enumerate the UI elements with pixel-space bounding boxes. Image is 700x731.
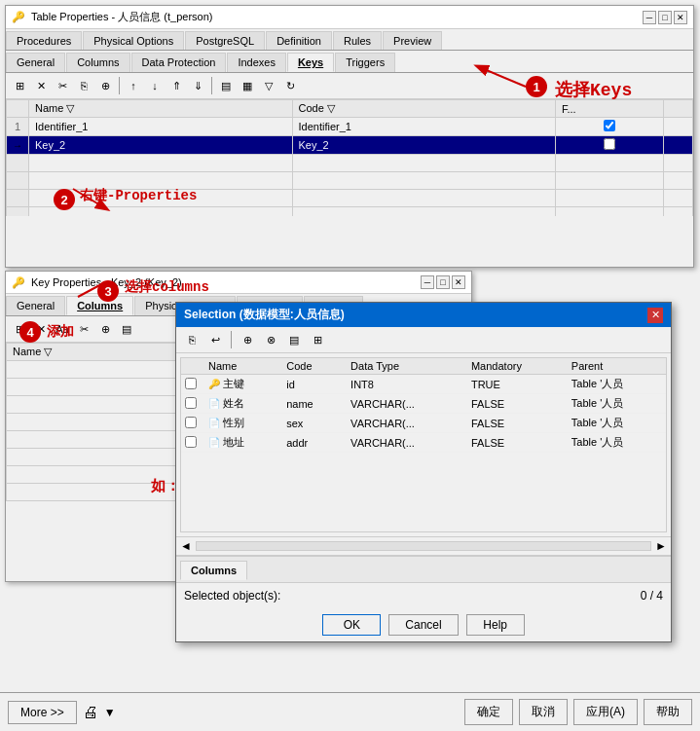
dialog-table: Name Code Data Type Mandatory Parent 🔑 主 bbox=[181, 358, 666, 453]
cancel-button-cn[interactable]: 取消 bbox=[519, 699, 568, 725]
toolbar-btn-delete[interactable]: ✕ bbox=[31, 76, 51, 95]
tab-bar-row2: General Columns Data Protection Indexes … bbox=[6, 51, 693, 73]
toolbar-btn-new[interactable]: ⊞ bbox=[10, 76, 29, 95]
dialog-close-button[interactable]: ✕ bbox=[647, 308, 663, 323]
toolbar-cut-btn[interactable]: ✂ bbox=[74, 319, 93, 339]
row-arrow-2: → bbox=[7, 136, 29, 155]
col-parent[interactable]: Parent bbox=[564, 358, 666, 375]
row-checkbox-4[interactable] bbox=[185, 436, 197, 448]
toolbar-btn-cut[interactable]: ✂ bbox=[53, 76, 72, 95]
table-row[interactable]: → Key_2 Key_2 bbox=[7, 136, 693, 155]
minimize-button[interactable]: ─ bbox=[643, 11, 656, 24]
toolbar-select-btn[interactable]: ⊕ bbox=[95, 319, 115, 339]
help-button-cn[interactable]: 帮助 bbox=[644, 699, 692, 725]
ok-button[interactable]: OK bbox=[322, 614, 381, 636]
row-checkbox-1[interactable] bbox=[185, 378, 197, 389]
dialog-btn-paste[interactable]: ↩ bbox=[205, 330, 225, 349]
table-row[interactable]: 📄 姓名 name VARCHAR(... FALSE Table '人员 bbox=[181, 394, 666, 414]
dialog-btn-down[interactable]: ⊗ bbox=[261, 330, 280, 349]
tab-definition[interactable]: Definition bbox=[266, 31, 332, 50]
table-row[interactable]: 🔑 主键 id INT8 TRUE Table '人员 bbox=[181, 375, 666, 394]
tab-general[interactable]: General bbox=[6, 296, 65, 315]
dialog-btn-grid[interactable]: ▤ bbox=[284, 330, 304, 349]
toolbar-btn-grid2[interactable]: ▦ bbox=[238, 76, 257, 95]
close-button[interactable]: ✕ bbox=[674, 11, 687, 24]
toolbar-btn-filter[interactable]: ▽ bbox=[259, 76, 278, 95]
annotation-3-text: 选择columns bbox=[125, 278, 209, 296]
tab-preview[interactable]: Preview bbox=[383, 31, 442, 50]
toolbar-btn-copy[interactable]: ⎘ bbox=[74, 76, 93, 95]
col-name[interactable]: Name ▽ bbox=[29, 100, 293, 118]
dialog-button-bar: OK Cancel Help bbox=[176, 608, 671, 641]
tab-data-protection[interactable]: Data Protection bbox=[131, 53, 227, 72]
toolbar-btn-bottom[interactable]: ⇓ bbox=[188, 76, 207, 95]
annotation-2-circle: 2 bbox=[54, 189, 75, 210]
toolbar-btn-up[interactable]: ↑ bbox=[124, 76, 143, 95]
row-checkbox-3[interactable] bbox=[185, 417, 197, 428]
table-row[interactable]: 📄 性别 sex VARCHAR(... FALSE Table '人员 bbox=[181, 414, 666, 433]
row-mandatory-3: FALSE bbox=[463, 414, 564, 433]
tab-triggers[interactable]: Triggers bbox=[335, 53, 395, 72]
row-name-2[interactable]: Key_2 bbox=[29, 136, 293, 155]
print-icon[interactable]: 🖨 bbox=[83, 704, 98, 721]
dialog-btn-up[interactable]: ⊕ bbox=[238, 330, 257, 349]
scrollbar-track[interactable] bbox=[196, 541, 651, 551]
col-mandatory[interactable]: Mandatory bbox=[463, 358, 564, 375]
toolbar-btn-paste[interactable]: ⊕ bbox=[95, 76, 115, 95]
tab-rules[interactable]: Rules bbox=[333, 31, 382, 50]
row-name-1[interactable]: Identifier_1 bbox=[29, 118, 293, 136]
maximize-button[interactable]: □ bbox=[436, 275, 450, 289]
close-button[interactable]: ✕ bbox=[452, 275, 465, 289]
toolbar-btn-refresh[interactable]: ↻ bbox=[280, 76, 300, 95]
col-extra bbox=[664, 100, 693, 118]
selected-label: Selected object(s): bbox=[184, 589, 280, 603]
row-check-2[interactable] bbox=[556, 136, 664, 155]
table-properties-window: 🔑 Table Properties - 人员信息 (t_person) ─ □… bbox=[5, 5, 694, 268]
confirm-button-cn[interactable]: 确定 bbox=[464, 699, 513, 725]
minimize-button[interactable]: ─ bbox=[421, 275, 434, 289]
dialog-table-container: Name Code Data Type Mandatory Parent 🔑 主 bbox=[180, 357, 667, 532]
row-check-1[interactable] bbox=[556, 118, 664, 136]
row-icon-1[interactable] bbox=[181, 375, 201, 394]
dialog-btn-new[interactable]: ⊞ bbox=[308, 330, 327, 349]
more-button[interactable]: More >> bbox=[8, 701, 77, 724]
toolbar-grid-btn[interactable]: ▤ bbox=[117, 319, 136, 339]
toolbar-btn-top[interactable]: ⇑ bbox=[166, 76, 186, 95]
row-icon-3[interactable] bbox=[181, 414, 201, 433]
col-datatype[interactable]: Data Type bbox=[343, 358, 463, 375]
col-code[interactable]: Code ▽ bbox=[292, 100, 556, 118]
col-name[interactable]: Name bbox=[201, 358, 278, 375]
tab-general[interactable]: General bbox=[6, 53, 65, 72]
row-mandatory-1: TRUE bbox=[463, 375, 564, 394]
tab-bar-row1: Procedures Physical Options PostgreSQL D… bbox=[6, 29, 693, 51]
row-datatype-3: VARCHAR(... bbox=[343, 414, 463, 433]
dropdown-icon[interactable]: ▼ bbox=[104, 706, 116, 719]
window-icon: 🔑 bbox=[12, 11, 25, 23]
tab-columns-bottom[interactable]: Columns bbox=[180, 561, 247, 580]
table-row[interactable]: 📄 地址 addr VARCHAR(... FALSE Table '人员 bbox=[181, 433, 666, 453]
dialog-btn-copy[interactable]: ⎘ bbox=[182, 330, 202, 349]
maximize-button[interactable]: □ bbox=[658, 11, 672, 24]
toolbar-btn-down[interactable]: ↓ bbox=[145, 76, 165, 95]
row-code-1[interactable]: Identifier_1 bbox=[292, 118, 556, 136]
row-code-2[interactable]: Key_2 bbox=[292, 136, 556, 155]
scroll-left-btn[interactable]: ◄ bbox=[180, 539, 192, 553]
row-checkbox-2[interactable] bbox=[185, 397, 197, 409]
tab-keys[interactable]: Keys bbox=[287, 53, 334, 72]
cancel-button[interactable]: Cancel bbox=[388, 614, 458, 636]
key-properties-titlebar: 🔑 Key Properties - Key_2 (Key_2) ─ □ ✕ bbox=[6, 272, 471, 294]
table-row[interactable]: 1 Identifier_1 Identifier_1 bbox=[7, 118, 693, 136]
col-f[interactable]: F... bbox=[556, 100, 664, 118]
tab-physical-options[interactable]: Physical Options bbox=[83, 31, 184, 50]
tab-columns[interactable]: Columns bbox=[66, 53, 129, 72]
row-icon-2[interactable] bbox=[181, 394, 201, 414]
col-code[interactable]: Code bbox=[278, 358, 343, 375]
help-button[interactable]: Help bbox=[466, 614, 525, 636]
tab-postgresql[interactable]: PostgreSQL bbox=[185, 31, 265, 50]
apply-button-cn[interactable]: 应用(A) bbox=[573, 699, 638, 725]
scroll-right-btn[interactable]: ► bbox=[655, 539, 667, 553]
toolbar-btn-grid1[interactable]: ▤ bbox=[216, 76, 236, 95]
tab-indexes[interactable]: Indexes bbox=[227, 53, 286, 72]
tab-procedures[interactable]: Procedures bbox=[6, 31, 82, 50]
row-icon-4[interactable] bbox=[181, 433, 201, 453]
